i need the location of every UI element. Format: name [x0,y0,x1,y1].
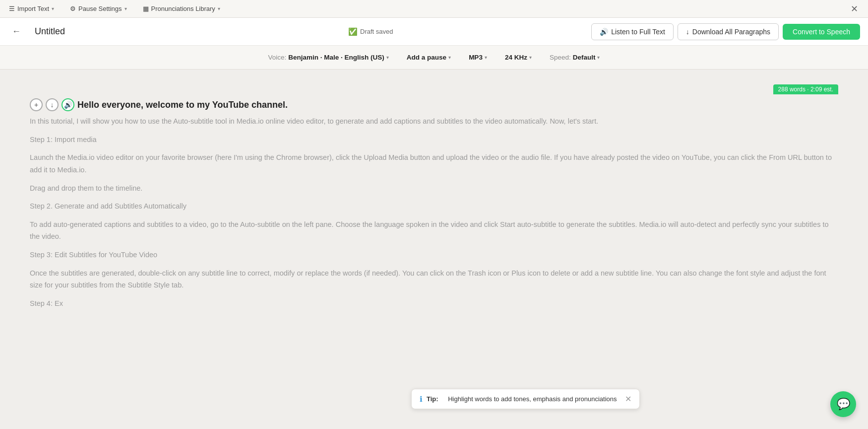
speed-selector[interactable]: Speed: Default ▾ [546,52,604,63]
import-text-menu[interactable]: ☰ Import Text ▾ [6,3,57,14]
listen-icon: 🔊 [600,28,608,36]
gear-icon: ⚙ [70,5,76,12]
format-selector[interactable]: MP3 ▾ [465,52,491,63]
content-p8: Once the subtitles are generated, double… [30,267,838,291]
chat-icon: 💬 [837,398,850,411]
grid-icon: ▦ [143,5,149,12]
pronunciations-menu[interactable]: ▦ Pronunciations Library ▾ [140,3,223,14]
pause-label: Add a pause [407,54,446,61]
convert-to-speech-button[interactable]: Convert to Speech [783,24,860,40]
voice-label: Voice: [268,54,287,61]
pronunciations-label: Pronunciations Library [151,5,215,12]
add-paragraph-button[interactable]: + [30,98,43,111]
draft-saved-status: ✅ Draft saved [348,27,393,36]
download-icon: ↓ [686,28,689,36]
content-p6: To add auto-generated captions and subti… [30,218,838,243]
speed-chevron-icon: ▾ [597,55,600,60]
word-count-badge: 288 words · 2:09 est. [773,84,838,94]
content-p9: Step 4: Ex [30,297,838,310]
format-chevron-icon: ▾ [485,55,487,60]
back-button[interactable]: ← [8,24,25,39]
tip-close-button[interactable]: ✕ [625,394,631,404]
voice-chevron-icon: ▾ [386,55,389,60]
content-p7: Step 3: Edit Subtitles for YouTube Video [30,249,838,261]
tip-prefix: Tip: [427,395,438,403]
download-paragraph-button[interactable]: ↓ [46,98,59,111]
speed-value: Default [573,54,596,61]
header-actions: 🔊 Listen to Full Text ↓ Download All Par… [591,23,860,40]
import-text-label: Import Text [17,5,49,12]
paragraph-title: Hello everyone, welcome to my YouTube ch… [77,100,838,110]
header-row: ← ✅ Draft saved 🔊 Listen to Full Text ↓ … [0,18,868,46]
play-paragraph-button[interactable]: 🔊 [62,98,74,111]
quality-chevron-icon: ▾ [529,55,532,60]
pause-settings-menu[interactable]: ⚙ Pause Settings ▾ [67,3,129,14]
content-p5: Step 2. Generate and add Subtitles Autom… [30,200,838,213]
editor-main[interactable]: 288 words · 2:09 est. + ↓ 🔊 Hello everyo… [0,70,868,429]
voice-selector[interactable]: Voice: Benjamin · Male · English (US) ▾ [264,52,393,63]
tip-banner: ℹ Tip: Highlight words to add tones, emp… [411,389,640,409]
download-all-paragraphs-button[interactable]: ↓ Download All Paragraphs [678,23,779,40]
pause-chevron-icon: ▾ [448,55,451,60]
listen-label: Listen to Full Text [611,28,665,36]
info-icon: ℹ [420,395,423,404]
pronunciations-chevron-icon: ▾ [218,6,220,11]
content-p4: Drag and drop them to the timeline. [30,182,838,195]
pause-selector[interactable]: Add a pause ▾ [403,52,455,63]
quality-selector[interactable]: 24 KHz ▾ [501,52,536,63]
chat-button[interactable]: 💬 [830,391,856,417]
download-label: Download All Paragraphs [692,28,770,36]
quality-value: 24 KHz [505,54,527,61]
toolbar-row: Voice: Benjamin · Male · English (US) ▾ … [0,46,868,70]
pause-settings-label: Pause Settings [78,5,122,12]
import-chevron-icon: ▾ [52,6,54,11]
content-p1: In this tutorial, I will show you how to… [30,115,838,128]
convert-label: Convert to Speech [793,28,850,36]
paragraph-block: + ↓ 🔊 Hello everyone, welcome to my YouT… [30,98,838,310]
tip-text: Highlight words to add tones, emphasis a… [448,395,617,403]
top-nav: ☰ Import Text ▾ ⚙ Pause Settings ▾ ▦ Pro… [0,0,868,18]
pause-chevron-icon: ▾ [124,6,127,11]
draft-saved-label: Draft saved [360,28,393,35]
voice-value: Benjamin · Male · English (US) [288,54,384,61]
paragraph-content: In this tutorial, I will show you how to… [30,115,838,310]
close-button[interactable]: ✕ [847,1,862,16]
listen-to-full-text-button[interactable]: 🔊 Listen to Full Text [591,23,674,40]
content-p2: Step 1: Import media [30,134,838,146]
format-value: MP3 [469,54,483,61]
check-circle-icon: ✅ [348,27,358,36]
speed-label: Speed: [550,54,571,61]
document-title-input[interactable] [31,24,338,39]
paragraph-header: + ↓ 🔊 Hello everyone, welcome to my YouT… [30,98,838,111]
editor-area: 288 words · 2:09 est. + ↓ 🔊 Hello everyo… [0,70,868,429]
import-icon: ☰ [9,5,15,12]
content-p3: Launch the Media.io video editor on your… [30,151,838,176]
word-count-bar: 288 words · 2:09 est. [30,84,838,98]
